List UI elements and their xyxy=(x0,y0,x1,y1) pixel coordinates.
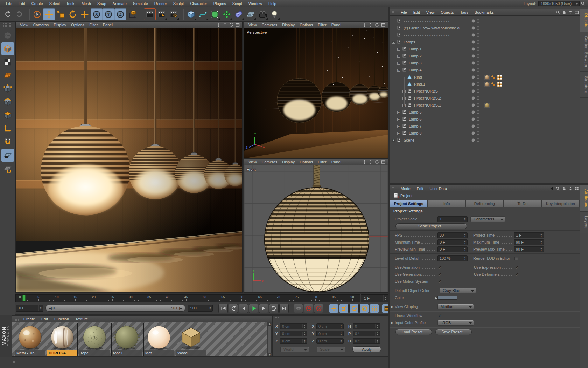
viewport-menu-filter[interactable]: Filter xyxy=(87,23,100,27)
maximize-icon[interactable] xyxy=(235,22,240,27)
coord-value-field[interactable]: 0 cm▲▼ xyxy=(280,338,307,344)
dolly-icon[interactable] xyxy=(368,159,373,164)
material-wood-tag-icon[interactable] xyxy=(484,103,490,108)
tree-row-hypernurbs-2[interactable]: +HyperNURBS.2 xyxy=(390,95,580,102)
tree-row-[interactable]: - - - - - - - - - - - - - - - - - - - - xyxy=(390,18,580,25)
viewport-menu-options[interactable]: Options xyxy=(297,23,315,27)
redo-icon[interactable] xyxy=(14,8,26,20)
record-parameter-toggle[interactable]: P xyxy=(359,304,369,313)
tab-to-do[interactable]: To Do xyxy=(504,200,541,207)
tree-row-lamp-7[interactable]: +Lamp 7 xyxy=(390,123,580,130)
maximum-time-field[interactable]: 90 F▲▼ xyxy=(514,239,544,245)
project-scale-unit-select[interactable]: Centimeters xyxy=(470,216,505,222)
tab-key-interpolation[interactable]: Key Interpolation xyxy=(542,200,580,207)
range-end-field[interactable]: 90 F▲▼ xyxy=(188,305,213,312)
viewport-menu-options[interactable]: Options xyxy=(297,160,315,164)
viewport-menu-display[interactable]: Display xyxy=(280,23,297,27)
tree-row-lamp-3[interactable]: +Lamp 3 xyxy=(390,60,580,67)
axis-y-icon[interactable]: Y xyxy=(103,8,114,20)
om-menu-file[interactable]: File xyxy=(398,10,410,14)
viewport-menu-panel[interactable]: Panel xyxy=(329,23,344,27)
menu-animate[interactable]: Animate xyxy=(110,1,130,6)
visibility-dots[interactable] xyxy=(470,116,481,122)
render-settings-icon[interactable] xyxy=(168,8,180,20)
texture-mode-icon[interactable] xyxy=(1,56,14,68)
om-menu-edit[interactable]: Edit xyxy=(410,10,423,14)
apply-button[interactable]: Apply xyxy=(352,346,381,352)
main-viewport-canvas[interactable] xyxy=(16,28,242,292)
current-frame-field[interactable]: 1 F▲▼ xyxy=(361,294,388,302)
viewport-menu-cameras[interactable]: Cameras xyxy=(259,23,280,27)
add-array-icon[interactable] xyxy=(221,8,233,20)
tree-row-[interactable]: - - - - - - - - - - - - - - - - - - - - xyxy=(390,32,580,39)
use-expression-checkbox[interactable]: ✔ xyxy=(515,265,519,270)
tree-row-lamps[interactable]: -Lamps xyxy=(390,39,580,46)
preview-min-field[interactable]: 0 F▲▼ xyxy=(438,246,468,252)
menu-tools[interactable]: Tools xyxy=(63,1,78,6)
goto-start-button[interactable] xyxy=(218,304,228,313)
project-scale-field[interactable]: 1▲▼ xyxy=(438,216,468,222)
preview-max-field[interactable]: 90 F▲▼ xyxy=(514,246,544,252)
add-cube-icon[interactable] xyxy=(185,8,197,20)
history-back-icon[interactable] xyxy=(549,186,554,191)
menu-sculpt[interactable]: Sculpt xyxy=(170,1,187,6)
viewport-menu-cameras[interactable]: Cameras xyxy=(31,23,51,27)
menu-file[interactable]: File xyxy=(3,1,15,6)
menu-window[interactable]: Window xyxy=(245,1,265,6)
last-tool-icon[interactable] xyxy=(79,8,91,20)
record-scale-toggle[interactable] xyxy=(339,304,349,313)
visibility-dots[interactable] xyxy=(470,130,481,136)
move-icon[interactable] xyxy=(43,8,55,20)
next-key-button[interactable] xyxy=(269,304,279,313)
coord-value-field[interactable]: 0 cm▲▼ xyxy=(316,331,344,336)
menu-script[interactable]: Script xyxy=(229,1,245,6)
rotate-icon[interactable] xyxy=(67,8,79,20)
visibility-dots[interactable] xyxy=(470,95,481,101)
viewport-menu-panel[interactable]: Panel xyxy=(100,23,115,27)
next-frame-button[interactable] xyxy=(259,304,268,313)
visibility-dots[interactable] xyxy=(470,60,481,66)
record-button[interactable] xyxy=(304,304,313,313)
search-icon[interactable] xyxy=(555,10,561,15)
am-menu-edit[interactable]: Edit xyxy=(414,186,427,191)
om-menu-objects[interactable]: Objects xyxy=(438,10,457,14)
project-time-field[interactable]: 1 F▲▼ xyxy=(514,232,544,238)
coord-value-field[interactable]: 0 cm▲▼ xyxy=(280,323,307,329)
tag-icons[interactable] xyxy=(484,75,502,80)
preview-range-slider[interactable]: ◀ 0 F 90 F ▶ xyxy=(46,305,186,312)
coord-value-field[interactable]: 0 cm▲▼ xyxy=(316,323,344,329)
visibility-dots[interactable] xyxy=(470,67,481,73)
add-spline-icon[interactable] xyxy=(197,8,209,20)
tree-row-hypernurbs[interactable]: +HyperNURBS xyxy=(390,88,580,95)
coord-mode-select[interactable]: World xyxy=(280,347,309,352)
viewport-menu-view[interactable]: View xyxy=(246,23,259,27)
menu-simulate[interactable]: Simulate xyxy=(130,1,151,6)
am-menu-mode[interactable]: Mode xyxy=(398,186,414,191)
visibility-dots[interactable] xyxy=(470,102,481,108)
orbit-icon[interactable] xyxy=(374,159,380,164)
input-profile-expander[interactable]: ▶ xyxy=(391,321,395,325)
tag-icons[interactable] xyxy=(484,82,502,87)
menu-help[interactable]: Help xyxy=(265,1,280,6)
timeline-playhead[interactable] xyxy=(22,295,26,301)
menu-render[interactable]: Render xyxy=(151,1,170,6)
view-clipping-select[interactable]: Medium xyxy=(438,304,474,309)
prev-frame-button[interactable] xyxy=(239,304,248,313)
add-camera-icon[interactable] xyxy=(257,8,268,20)
add-floor-icon[interactable] xyxy=(245,8,257,20)
visibility-dots[interactable] xyxy=(470,25,481,31)
use-generators-checkbox[interactable]: ✔ xyxy=(438,272,468,277)
orbit-icon[interactable] xyxy=(374,22,380,27)
level-of-detail-field[interactable]: 100 %▲▼ xyxy=(438,255,468,261)
add-metaball-icon[interactable] xyxy=(233,8,245,20)
material-wood[interactable]: Wood xyxy=(176,323,206,356)
undo-icon[interactable] xyxy=(2,8,14,20)
link-button[interactable] xyxy=(294,304,303,313)
timeline-ruler[interactable]: 051015202530354045505560657075808590 xyxy=(15,294,360,302)
material-menu-edit[interactable]: Edit xyxy=(38,317,51,321)
path-icon[interactable] xyxy=(568,10,573,15)
material-menu-texture[interactable]: Texture xyxy=(72,317,91,321)
material-tag-icon[interactable] xyxy=(484,82,490,87)
add-light-icon[interactable] xyxy=(268,8,280,20)
coord-scale-select[interactable]: Scale xyxy=(317,347,345,352)
